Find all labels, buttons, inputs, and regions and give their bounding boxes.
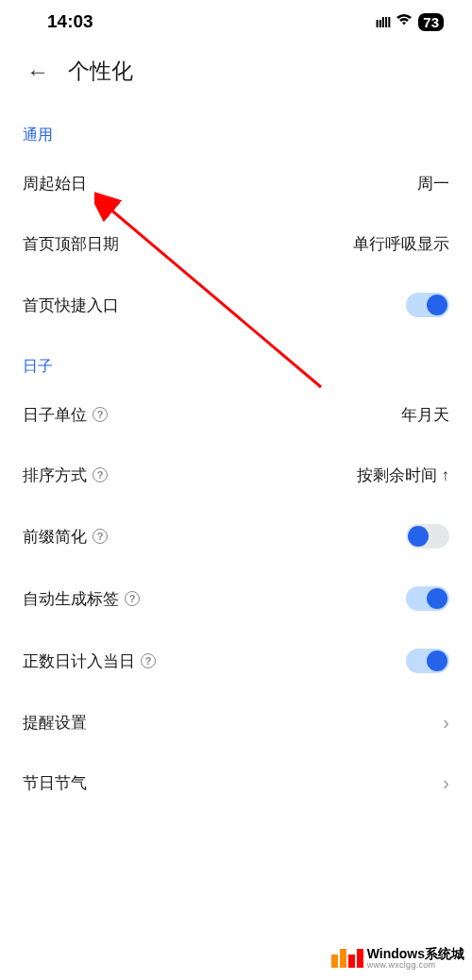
- day-unit-label: 日子单位 ?: [23, 404, 108, 426]
- help-icon[interactable]: ?: [93, 407, 108, 422]
- sort-label: 排序方式 ?: [23, 465, 108, 486]
- quick-entry-label: 首页快捷入口: [23, 295, 119, 316]
- signal-icon: ıılll: [375, 14, 390, 30]
- battery-icon: 73: [418, 13, 444, 31]
- setting-quick-entry: 首页快捷入口: [0, 274, 472, 336]
- setting-auto-tag: 自动生成标签 ?: [0, 567, 472, 630]
- setting-home-date[interactable]: 首页顶部日期 单行呼吸显示: [0, 213, 472, 274]
- day-unit-value: 年月天: [401, 404, 449, 426]
- help-icon[interactable]: ?: [141, 653, 156, 668]
- help-icon[interactable]: ?: [93, 529, 108, 544]
- help-icon[interactable]: ?: [125, 591, 140, 606]
- week-start-label: 周起始日: [23, 173, 87, 194]
- status-icons: ıılll 73: [375, 13, 444, 31]
- positive-day-label: 正数日计入当日 ?: [23, 651, 156, 672]
- setting-prefix: 前缀简化 ?: [0, 505, 472, 567]
- auto-tag-label: 自动生成标签 ?: [23, 588, 140, 610]
- prefix-toggle[interactable]: [406, 524, 449, 549]
- home-date-value: 单行呼吸显示: [353, 233, 449, 255]
- watermark: Windows系统城 www.wxclgg.com: [331, 947, 464, 971]
- setting-week-start[interactable]: 周起始日 周一: [0, 153, 472, 213]
- holiday-label: 节日节气: [23, 772, 87, 794]
- week-start-value: 周一: [417, 173, 449, 194]
- help-icon[interactable]: ?: [93, 467, 108, 482]
- watermark-title: Windows系统城: [367, 947, 464, 961]
- setting-holiday[interactable]: 节日节气 ›: [0, 752, 472, 813]
- status-time: 14:03: [47, 11, 93, 32]
- home-date-label: 首页顶部日期: [23, 233, 119, 255]
- auto-tag-toggle[interactable]: [406, 586, 449, 611]
- reminder-label: 提醒设置: [23, 712, 87, 734]
- watermark-url: www.wxclgg.com: [367, 961, 464, 971]
- section-general-header: 通用: [0, 97, 472, 153]
- sort-value: 按剩余时间 ↑: [357, 465, 449, 486]
- positive-day-toggle[interactable]: [406, 649, 449, 673]
- wifi-icon: [396, 13, 413, 30]
- back-button[interactable]: ←: [26, 59, 49, 85]
- chevron-right-icon: ›: [443, 712, 449, 734]
- setting-day-unit[interactable]: 日子单位 ? 年月天: [0, 384, 472, 445]
- chevron-right-icon: ›: [443, 772, 449, 794]
- quick-entry-toggle[interactable]: [406, 293, 449, 317]
- page-header: ← 个性化: [0, 40, 472, 97]
- section-days-header: 日子: [0, 336, 472, 384]
- page-title: 个性化: [68, 57, 133, 86]
- watermark-logo-icon: [331, 949, 363, 968]
- setting-reminder[interactable]: 提醒设置 ›: [0, 692, 472, 752]
- prefix-label: 前缀简化 ?: [23, 526, 108, 548]
- setting-sort[interactable]: 排序方式 ? 按剩余时间 ↑: [0, 445, 472, 505]
- status-bar: 14:03 ıılll 73: [0, 0, 472, 40]
- setting-positive-day: 正数日计入当日 ?: [0, 630, 472, 692]
